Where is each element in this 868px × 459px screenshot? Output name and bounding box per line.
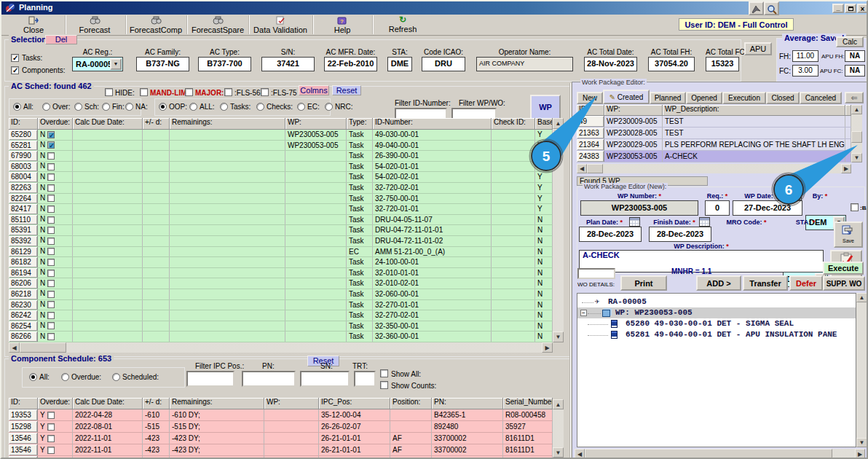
wp-list-row[interactable]: 21363WP230028-005TEST <box>577 128 851 139</box>
comp-radio-scheduled[interactable] <box>112 373 120 381</box>
ac-scroll-thumb[interactable] <box>553 129 564 148</box>
row-select-checkbox[interactable] <box>47 270 55 277</box>
radio-over[interactable] <box>42 103 50 111</box>
filter-pn-input[interactable] <box>242 371 296 387</box>
comp-scroll-down-icon[interactable]: ▼ <box>553 447 564 458</box>
ac-table-row[interactable]: 86194NTask32-010-01-01N <box>9 268 553 279</box>
row-select-checkbox[interactable] <box>47 312 55 319</box>
radio-oop[interactable] <box>159 103 167 111</box>
row-select-checkbox[interactable] <box>47 173 55 181</box>
tab-created[interactable]: ✎ Created <box>603 90 650 104</box>
show-all-checkbox[interactable] <box>380 369 388 377</box>
row-select-checkbox[interactable] <box>47 291 55 298</box>
base-checkbox[interactable] <box>851 203 859 211</box>
chevron-down-icon[interactable]: ▼ <box>110 58 122 70</box>
show-counts-checkbox[interactable] <box>380 381 388 389</box>
row-select-checkbox[interactable] <box>47 131 55 138</box>
row-select-checkbox[interactable] <box>47 216 55 224</box>
ac-reg-select[interactable]: RA-00005▼ <box>72 57 123 71</box>
ac-hscroll-right-icon[interactable]: ▶ <box>542 342 553 353</box>
minimize-button[interactable]: _ <box>832 4 844 13</box>
radio-ec[interactable] <box>297 103 305 111</box>
tab-execution[interactable]: Execution <box>722 92 766 104</box>
apu-button[interactable]: APU <box>744 42 772 55</box>
column-header[interactable]: Remainings: <box>170 118 285 130</box>
row-select-checkbox[interactable] <box>47 301 55 308</box>
column-header[interactable]: +/- d: <box>143 118 170 130</box>
column-header[interactable]: WP: <box>264 398 319 409</box>
row-select-checkbox[interactable] <box>47 280 55 287</box>
help-button[interactable]: ? Help <box>315 15 370 34</box>
comp-scroll-up-icon[interactable]: ▲ <box>553 399 564 409</box>
column-header[interactable]: ID-Number: <box>373 118 492 130</box>
tab-new[interactable]: New <box>577 92 603 104</box>
print-button[interactable]: Print <box>620 275 667 291</box>
row-select-checkbox[interactable] <box>47 412 55 419</box>
plan-date-calendar-icon[interactable] <box>629 217 640 227</box>
tree-wp-row[interactable]: − WP: WP230053-005 <box>577 307 856 318</box>
ac-scroll-down-icon[interactable]: ▼ <box>553 332 564 342</box>
ac-table-row[interactable]: 85392NTaskDRU-04-72-11-01-02N <box>9 236 553 247</box>
row-select-checkbox[interactable] <box>47 447 55 454</box>
finish-date-calendar-icon[interactable] <box>699 217 710 227</box>
row-select-checkbox[interactable] <box>47 205 55 213</box>
column-header[interactable]: Calc Due Date: <box>73 398 143 409</box>
tab-closed[interactable]: Closed <box>766 92 800 104</box>
ac-hscroll-thumb[interactable] <box>20 342 66 353</box>
row-select-checkbox[interactable] <box>47 141 55 149</box>
column-header[interactable]: Type: <box>347 118 373 130</box>
component-table-row[interactable]: 15298Y2022-08-01-515-515 DY;26-26-02-078… <box>9 421 553 433</box>
tab-back-arrow-button[interactable]: ⇐ <box>845 92 864 103</box>
ac-table-row[interactable]: 67990NTask26-390-00-01Y <box>9 151 553 162</box>
tree-root-row[interactable]: ✈ RA-00005 <box>577 297 856 307</box>
ac-table-row[interactable]: 82417NTask32-720-01-01Y <box>9 204 553 215</box>
mand-lim-checkbox[interactable] <box>140 88 148 96</box>
row-select-checkbox[interactable] <box>47 259 55 266</box>
wp-list-row[interactable]: 24383WP230053-005A-CHECK <box>577 151 851 162</box>
ac-table-row[interactable]: 86230NTask32-270-01-01N <box>9 300 553 311</box>
radio-fin[interactable] <box>102 103 110 111</box>
wp-hscroll-thumb[interactable] <box>587 164 603 173</box>
del-mark-button[interactable]: Del Mark <box>45 35 77 44</box>
close-window-button[interactable]: × <box>857 4 868 13</box>
comp-radio-overdue[interactable] <box>61 373 69 381</box>
column-header[interactable]: Serial_Number: <box>503 398 553 409</box>
tree-hscroll-right-icon[interactable]: ▶ <box>855 449 865 459</box>
fc-value[interactable]: 3.00 <box>792 65 818 76</box>
ac-table-row[interactable]: 82264NTask32-750-00-01Y <box>9 194 553 205</box>
column-header[interactable]: PN: <box>432 398 503 409</box>
reset-ac-button[interactable]: Reset <box>332 85 361 95</box>
search-tool-icon[interactable] <box>764 1 779 15</box>
ac-table-row[interactable]: 86254NTask32-350-00-01N <box>9 321 553 332</box>
ac-table-row[interactable]: 85110NTaskDRU-04-05-11-07N <box>9 215 553 226</box>
wp-list-row[interactable]: 21364WP230029-005PLS PERFORM REPLACING O… <box>577 139 851 151</box>
wp-scroll-down-icon[interactable]: ▼ <box>851 153 862 162</box>
save-button[interactable]: Save <box>834 221 863 248</box>
ac-table-row[interactable]: 65281NWP230053-005Task49-040-00-01Y <box>9 141 553 152</box>
wo-details-box[interactable] <box>577 268 615 279</box>
column-header[interactable]: ID: <box>577 105 604 116</box>
data-validation-button[interactable]: Data Validation <box>250 15 310 34</box>
tree-scroll-down-icon[interactable]: ▼ <box>856 438 867 447</box>
req-value[interactable]: 0 <box>705 200 730 216</box>
radio-all2[interactable] <box>189 103 197 111</box>
ac-table-row[interactable]: 86182NTask24-100-00-01N <box>9 257 553 268</box>
row-select-checkbox[interactable] <box>47 423 55 431</box>
component-table-row[interactable]: 13546Y2022-11-01-423-423 DY;26-21-01-01A… <box>9 444 553 456</box>
column-header[interactable]: Remainings: <box>170 398 264 409</box>
ac-hscroll-track[interactable] <box>20 342 542 353</box>
ac-table-row[interactable]: 68004NTask54-020-02-01Y <box>9 172 553 183</box>
forecast-button[interactable]: Forecast <box>67 15 122 34</box>
fh-value[interactable]: 11.00 <box>792 50 818 62</box>
fls56-checkbox[interactable] <box>224 88 232 96</box>
wp-hscroll-left-icon[interactable]: ◀ <box>577 164 587 173</box>
execute-button[interactable]: Execute <box>823 262 864 275</box>
major-checkbox[interactable] <box>185 88 193 96</box>
comp-radio-all[interactable] <box>29 373 37 381</box>
ac-table-row[interactable]: 82263NTask32-720-02-01Y <box>9 183 553 194</box>
ac-table-row[interactable]: 68003NTask54-020-01-01Y <box>9 162 553 173</box>
column-header[interactable]: WP: <box>285 118 347 130</box>
ac-table-row[interactable]: 86206NTask32-010-02-01N <box>9 278 553 289</box>
row-select-checkbox[interactable] <box>47 238 55 245</box>
ac-table-row[interactable]: 86266NTask32-360-00-01N <box>9 332 553 342</box>
